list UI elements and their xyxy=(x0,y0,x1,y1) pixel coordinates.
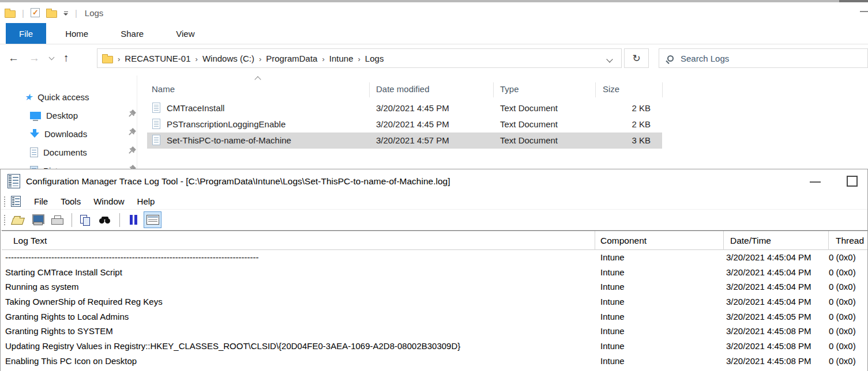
tail-view-button[interactable] xyxy=(144,211,161,228)
tab-view[interactable]: View xyxy=(163,23,208,44)
new-folder-icon[interactable] xyxy=(46,10,57,18)
log-component: Intune xyxy=(600,279,625,294)
breadcrumb-item[interactable]: Windows (C:) xyxy=(202,54,254,63)
log-date-time: 3/20/2021 4:45:08 PM xyxy=(726,339,811,354)
log-thread: 0 (0x0) xyxy=(829,279,856,294)
print-icon xyxy=(51,215,63,225)
column-divider[interactable] xyxy=(723,231,724,250)
toolbar-separator xyxy=(119,213,120,227)
breadcrumb-item[interactable]: RECASTUNE-01 xyxy=(125,54,190,63)
file-type: Text Document xyxy=(500,135,558,145)
log-table: Log Text Component Date/Time Thread ----… xyxy=(2,230,867,371)
menu-help[interactable]: Help xyxy=(131,196,161,206)
file-name: CMTraceInstall xyxy=(167,103,224,113)
properties-check-icon[interactable] xyxy=(31,8,40,17)
log-date-time: 3/20/2021 4:45:08 PM xyxy=(726,324,811,339)
menubar-gripper[interactable] xyxy=(4,196,5,207)
qat-dropdown-caret[interactable] xyxy=(63,12,69,16)
column-header-date-time[interactable]: Date/Time xyxy=(730,236,771,246)
column-header-component[interactable]: Component xyxy=(600,236,647,246)
breadcrumb-item[interactable]: Logs xyxy=(365,54,384,63)
search-box xyxy=(659,48,868,68)
file-date-modified: 3/20/2021 4:45 PM xyxy=(376,119,449,129)
column-divider[interactable] xyxy=(595,82,596,97)
open-file-button[interactable] xyxy=(9,211,27,228)
separator: | xyxy=(22,8,24,18)
log-thread: 0 (0x0) xyxy=(829,309,856,324)
tab-home[interactable]: Home xyxy=(52,23,102,44)
maximize-button[interactable] xyxy=(847,176,858,187)
screen: | | Logs FileHomeShareView ← → ↑ ›RECAST… xyxy=(0,0,868,371)
breadcrumb-item[interactable]: ProgramData xyxy=(266,54,317,63)
tab-file[interactable]: File xyxy=(6,23,46,44)
text-file-icon xyxy=(152,119,160,129)
computer-button[interactable] xyxy=(28,211,46,228)
column-header-thread[interactable]: Thread xyxy=(836,236,864,246)
column-header-date-modified[interactable]: Date modified xyxy=(376,84,430,94)
menu-window[interactable]: Window xyxy=(87,196,130,206)
column-divider[interactable] xyxy=(493,82,494,97)
log-row[interactable]: Granting Rights to SYSTEMIntune3/20/2021… xyxy=(2,324,867,339)
log-row[interactable]: ----------------------------------------… xyxy=(2,250,867,265)
column-divider[interactable] xyxy=(662,82,663,97)
documents-icon xyxy=(30,147,38,157)
column-divider[interactable] xyxy=(828,231,829,250)
folder-icon xyxy=(102,56,113,63)
file-row[interactable]: Set-ThisPC-to-name-of-Machine3/20/2021 4… xyxy=(147,132,662,149)
computer-icon xyxy=(32,214,43,225)
breadcrumb-separator: › xyxy=(259,55,261,63)
column-divider[interactable] xyxy=(595,231,595,250)
pause-button[interactable] xyxy=(124,211,142,228)
column-header-type[interactable]: Type xyxy=(500,84,519,94)
column-header-log-text[interactable]: Log Text xyxy=(13,236,47,246)
refresh-button[interactable]: ↻ xyxy=(624,48,649,68)
print-button[interactable] xyxy=(48,211,66,228)
column-header-size[interactable]: Size xyxy=(603,84,619,94)
recent-locations-caret[interactable] xyxy=(49,54,55,60)
log-row[interactable]: Enabling This PC Icon on DesktopIntune3/… xyxy=(2,354,867,369)
sidebar-item-pictures[interactable]: Pictures xyxy=(30,162,131,169)
downloads-icon xyxy=(30,129,39,138)
navigation-bar: ← → ↑ ›RECASTUNE-01›Windows (C:)›Program… xyxy=(0,44,868,72)
up-button[interactable]: ↑ xyxy=(63,52,69,65)
sidebar-item-desktop[interactable]: Desktop xyxy=(30,107,131,124)
back-button[interactable]: ← xyxy=(8,52,19,65)
search-input[interactable] xyxy=(681,54,842,63)
menu-tools[interactable]: Tools xyxy=(54,196,87,206)
log-row[interactable]: Granting Rights to Local AdminsIntune3/2… xyxy=(2,309,867,324)
cmtrace-window: Configuration Manager Trace Log Tool - [… xyxy=(0,169,868,371)
file-list-header: Name Date modified Type Size xyxy=(0,77,868,94)
pin-icon xyxy=(129,113,132,117)
log-component: Intune xyxy=(600,265,625,280)
tab-share[interactable]: Share xyxy=(107,23,157,44)
folder-icon[interactable] xyxy=(5,10,16,18)
copy-button[interactable] xyxy=(76,211,94,228)
log-row[interactable]: Starting CMTrace Install ScriptIntune3/2… xyxy=(2,265,867,280)
log-component: Intune xyxy=(600,324,625,339)
find-button[interactable] xyxy=(96,211,114,228)
column-divider[interactable] xyxy=(369,82,370,97)
forward-button[interactable]: → xyxy=(29,52,40,65)
minimize-button[interactable] xyxy=(860,11,868,12)
pin-icon xyxy=(129,132,132,135)
sidebar-item-downloads[interactable]: Downloads xyxy=(30,125,131,142)
address-dropdown-caret[interactable] xyxy=(606,56,613,62)
log-row[interactable]: Taking OwnerShip of Required Reg KeysInt… xyxy=(2,294,867,309)
address-bar[interactable]: ›RECASTUNE-01›Windows (C:)›ProgramData›I… xyxy=(97,48,622,68)
explorer-body: ★ Quick access DesktopDownloadsDocuments… xyxy=(0,72,868,169)
cmtrace-menubar: FileToolsWindowHelp xyxy=(1,194,867,210)
log-row[interactable]: Running as systemIntune3/20/2021 4:45:04… xyxy=(2,279,867,294)
menu-file[interactable]: File xyxy=(28,196,54,206)
file-row[interactable]: CMTraceInstall3/20/2021 4:45 PMText Docu… xyxy=(147,100,662,116)
column-header-name[interactable]: Name xyxy=(152,84,175,94)
file-list: CMTraceInstall3/20/2021 4:45 PMText Docu… xyxy=(147,100,662,149)
log-row[interactable]: Updating Registry Values in Registry::HK… xyxy=(2,339,867,354)
window-title: Logs xyxy=(85,8,104,18)
sidebar-item-documents[interactable]: Documents xyxy=(30,143,131,161)
breadcrumb-item[interactable]: Intune xyxy=(329,54,354,63)
file-row[interactable]: PSTranscriptionLoggingEnable3/20/2021 4:… xyxy=(147,116,662,132)
toolbar-gripper[interactable] xyxy=(4,215,5,225)
log-date-time: 3/20/2021 4:45:05 PM xyxy=(726,309,811,324)
minimize-button[interactable] xyxy=(810,181,821,183)
cmtrace-app-icon xyxy=(7,174,20,188)
